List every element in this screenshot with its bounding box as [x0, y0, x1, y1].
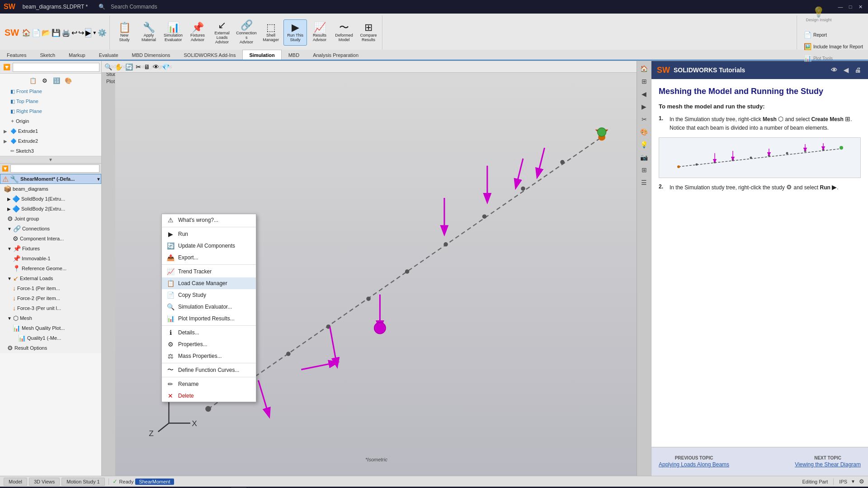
undo-icon[interactable]: ↩: [71, 28, 77, 37]
report-button[interactable]: 📄 Report: [801, 30, 866, 40]
sim-item-mesh-quality-plot[interactable]: 📊 Mesh Quality Plot...: [0, 323, 101, 333]
sim-item-fixtures[interactable]: ▼ 📌 Fixtures: [0, 244, 101, 253]
tab-addins[interactable]: SOLIDWORKS Add-Ins: [177, 50, 243, 60]
config-tab[interactable]: 🔢: [52, 75, 61, 85]
sim-item-beam-diagrams[interactable]: 📦 beam_diagrams: [0, 184, 101, 194]
sim-search-input[interactable]: [10, 164, 99, 173]
sim-item-result-options[interactable]: ⚙ Result Options: [0, 343, 101, 353]
ctx-sim-evaluator[interactable]: 🔍 Simulation Evaluator...: [162, 301, 256, 313]
vp-section-icon[interactable]: ✂: [135, 62, 142, 71]
sim-item-joint-group[interactable]: ⚙ Joint group: [0, 214, 101, 224]
vp-zoom-fit-btn[interactable]: ⊞: [638, 75, 650, 87]
scroll-down-arrow[interactable]: ▼: [0, 156, 101, 163]
tab-mbd-dimensions[interactable]: MBD Dimensions: [125, 50, 177, 60]
vp-view-icon[interactable]: 👁: [152, 62, 160, 71]
open-icon[interactable]: 📂: [42, 28, 51, 37]
tab-simulation[interactable]: Simulation: [242, 50, 281, 60]
tree-item-extrude1[interactable]: ▶ 🔷 Extrude1: [0, 126, 101, 136]
plot-tools-button[interactable]: 📊 Plot Tools: [801, 53, 866, 63]
vp-zoom-icon[interactable]: 🔍: [104, 62, 113, 71]
unit-dropdown-icon[interactable]: ▼: [851, 479, 855, 484]
apply-material-button[interactable]: 🔧 ApplyMaterial: [137, 19, 160, 46]
prev-topic-button[interactable]: Previous Topic Applying Loads Along Beam…: [659, 455, 729, 468]
tutorial-back-btn[interactable]: ◀: [841, 65, 851, 75]
vp-pan-icon[interactable]: ✋: [114, 62, 123, 71]
tab-sketch[interactable]: Sketch: [33, 50, 62, 60]
sim-item-connections[interactable]: ▼ 🔗 Connections: [0, 224, 101, 234]
ctx-load-case-manager[interactable]: 📋 Load Case Manager: [162, 277, 256, 289]
tree-item-sketch3[interactable]: ✏ Sketch3: [0, 146, 101, 156]
ctx-delete[interactable]: ✕ Delete: [162, 390, 256, 402]
ctx-copy-study[interactable]: 📄 Copy Study: [162, 289, 256, 301]
sim-item-immovable1[interactable]: 📌 Immovable-1: [0, 253, 101, 263]
ctx-export[interactable]: 📤 Export...: [162, 252, 256, 263]
vp-render-icon[interactable]: 💎: [161, 62, 170, 71]
next-topic-button[interactable]: Next Topic Viewing the Shear Diagram: [795, 455, 861, 468]
ctx-rename[interactable]: ✏ Rename: [162, 378, 256, 390]
save-icon[interactable]: 💾: [52, 28, 61, 37]
status-tab-motion-study[interactable]: Motion Study 1: [61, 478, 104, 486]
redo-icon[interactable]: ↪: [78, 28, 84, 37]
tree-item-origin[interactable]: ✦ Origin: [0, 116, 101, 126]
filter-button[interactable]: 🔽: [2, 62, 12, 72]
tab-analysis-prep[interactable]: Analysis Preparation: [306, 50, 365, 60]
cursor-icon[interactable]: ▶: [85, 28, 91, 38]
sim-item-reference-geom[interactable]: 📍 Reference Geome...: [0, 263, 101, 273]
sim-item-force1[interactable]: ↓ Force-1 (Per item...: [0, 283, 101, 293]
run-study-button[interactable]: ▶ Run ThisStudy: [283, 19, 307, 46]
tab-features[interactable]: Features: [0, 50, 33, 60]
feature-tree-tab[interactable]: 📋: [28, 75, 38, 85]
design-insight-button[interactable]: 💡 Design Insight: [801, 2, 837, 28]
compare-results-button[interactable]: ⊞ CompareResults: [357, 19, 380, 46]
vp-appearance-btn[interactable]: 🎨: [638, 126, 650, 138]
vp-prev-view-btn[interactable]: ◀: [638, 88, 650, 100]
prev-title[interactable]: Applying Loads Along Beams: [659, 461, 729, 468]
property-tab[interactable]: ⚙: [40, 75, 50, 85]
sim-item-force2[interactable]: ↓ Force-2 (Per item...: [0, 293, 101, 303]
connections-advisor-button[interactable]: 🔗 ConnectionsAdvisor: [235, 19, 258, 46]
ctx-whats-wrong[interactable]: ⚠ What's wrong?...: [162, 214, 256, 226]
sim-item-force3[interactable]: ↓ Force-3 (Per unit l...: [0, 303, 101, 313]
ctx-mass-properties[interactable]: ⚖ Mass Properties...: [162, 350, 256, 362]
new-doc-icon[interactable]: 📄: [32, 28, 41, 37]
more-icon[interactable]: ▼: [92, 30, 97, 35]
settings-status-icon[interactable]: ⚙: [859, 478, 864, 485]
search-label[interactable]: Search Commands: [111, 4, 157, 10]
new-study-button[interactable]: 📋 NewStudy: [113, 19, 136, 46]
vp-next-view-btn[interactable]: ▶: [638, 101, 650, 113]
vp-light-btn[interactable]: 💡: [638, 139, 650, 150]
deformed-model-button[interactable]: 〜 DeformedModel: [332, 19, 356, 46]
vp-rotate-icon[interactable]: 🔄: [124, 62, 134, 71]
ctx-plot-imported[interactable]: 📊 Plot Imported Results...: [162, 313, 256, 324]
tab-evaluate[interactable]: Evaluate: [92, 50, 125, 60]
tab-markup[interactable]: Markup: [62, 50, 92, 60]
tab-mbd[interactable]: MBD: [282, 50, 306, 60]
tutorial-print-btn[interactable]: 🖨: [853, 65, 863, 75]
external-loads-advisor-button[interactable]: ↙ ExternalLoadsAdvisor: [210, 19, 234, 46]
settings-icon[interactable]: ⚙️: [98, 28, 107, 37]
next-title[interactable]: Viewing the Shear Diagram: [795, 461, 861, 468]
sim-item-external-loads[interactable]: ▼ ↙ External Loads: [0, 273, 101, 283]
ctx-run[interactable]: ▶ Run: [162, 228, 256, 240]
sim-item-mesh[interactable]: ▼ ⬡ Mesh: [0, 313, 101, 323]
home-icon[interactable]: 🏠: [22, 28, 31, 37]
shell-manager-button[interactable]: ⬚ ShellManager: [259, 19, 283, 46]
tree-item-top-plane[interactable]: ◧ Top Plane: [0, 96, 101, 106]
sim-item-quality1[interactable]: 📊 Quality1 (-Me...: [0, 333, 101, 343]
ctx-define-function-curves[interactable]: 〜 Define Function Curves...: [162, 364, 256, 376]
status-tab-3d-views[interactable]: 3D Views: [29, 478, 60, 486]
fixtures-advisor-button[interactable]: 📌 FixturesAdvisor: [186, 19, 209, 46]
include-image-button[interactable]: 🖼️ Include Image for Report: [801, 42, 866, 52]
vp-home-btn[interactable]: 🏠: [638, 63, 650, 75]
sim-tree-study-header[interactable]: ⚠ 🔧 ShearMoment* (-Defa... ▼: [0, 174, 101, 184]
tree-item-front-plane[interactable]: ◧ Front Plane: [0, 86, 101, 96]
shear-moment-tab[interactable]: ShearMoment: [135, 479, 174, 485]
ctx-update-all[interactable]: 🔄 Update All Components: [162, 240, 256, 252]
vp-grid-btn[interactable]: ⊞: [638, 164, 650, 176]
vp-display-icon[interactable]: 🖥: [143, 62, 151, 71]
appearance-tab[interactable]: 🎨: [63, 75, 73, 85]
vp-section-view-btn[interactable]: ✂: [638, 113, 650, 125]
ctx-details[interactable]: ℹ Details...: [162, 327, 256, 338]
panel-search-input[interactable]: [13, 63, 99, 72]
ctx-trend-tracker[interactable]: 📈 Trend Tracker: [162, 266, 256, 277]
